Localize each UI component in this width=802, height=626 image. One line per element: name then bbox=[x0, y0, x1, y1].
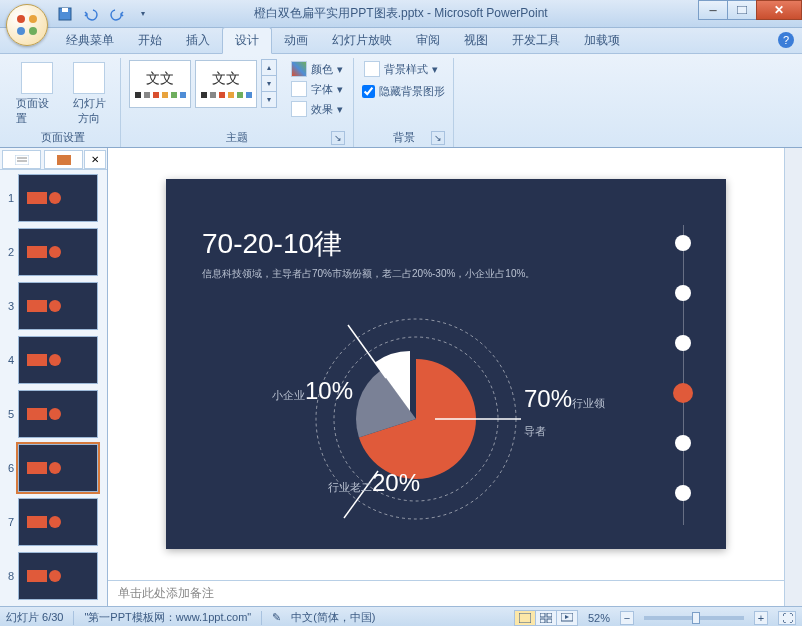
language-status[interactable]: 中文(简体，中国) bbox=[291, 610, 375, 625]
spellcheck-icon[interactable]: ✎ bbox=[272, 611, 281, 624]
thumbnail-row[interactable]: 4 bbox=[2, 336, 105, 384]
undo-icon[interactable] bbox=[80, 3, 102, 25]
save-icon[interactable] bbox=[54, 3, 76, 25]
fonts-icon bbox=[291, 81, 307, 97]
thumbnail-number: 6 bbox=[2, 462, 14, 474]
dialog-launcher-icon[interactable]: ↘ bbox=[431, 131, 445, 145]
gallery-scroll[interactable]: ▴▾▾ bbox=[261, 60, 277, 108]
group-label-background: 背景↘ bbox=[362, 128, 445, 147]
colors-icon bbox=[291, 61, 307, 77]
maximize-button[interactable] bbox=[727, 0, 757, 20]
svg-point-1 bbox=[29, 15, 37, 23]
ribbon-tab[interactable]: 加载项 bbox=[572, 28, 632, 53]
window-title: 橙白双色扁平实用PPT图表.pptx - Microsoft PowerPoin… bbox=[254, 5, 547, 22]
ribbon-tab[interactable]: 视图 bbox=[452, 28, 500, 53]
thumbnail[interactable] bbox=[18, 228, 98, 276]
label-10: 小企业10% bbox=[272, 377, 353, 405]
thumbnail-row[interactable]: 2 bbox=[2, 228, 105, 276]
ribbon-tab[interactable]: 设计 bbox=[222, 27, 272, 54]
notes-pane[interactable]: 单击此处添加备注 bbox=[108, 580, 784, 606]
thumbnail[interactable] bbox=[18, 552, 98, 600]
svg-rect-21 bbox=[547, 619, 552, 623]
close-pane-icon[interactable]: ✕ bbox=[84, 150, 106, 169]
thumbnail[interactable] bbox=[18, 282, 98, 330]
zoom-out-button[interactable]: − bbox=[620, 611, 634, 625]
template-name: "第一PPT模板网：www.1ppt.com" bbox=[84, 610, 251, 625]
ribbon-tab[interactable]: 幻灯片放映 bbox=[320, 28, 404, 53]
thumbnail-number: 7 bbox=[2, 516, 14, 528]
qat-more-icon[interactable]: ▾ bbox=[132, 3, 154, 25]
progress-dots bbox=[682, 225, 684, 525]
theme-colors-button[interactable]: 颜色 ▾ bbox=[289, 60, 345, 78]
slide-canvas[interactable]: 70-20-10律 信息科技领域，主导者占70%市场份额，老二占20%-30%，… bbox=[166, 179, 726, 549]
fit-window-button[interactable]: ⛶ bbox=[778, 611, 796, 625]
label-70: 70%行业领 导者 bbox=[524, 385, 605, 441]
svg-point-3 bbox=[29, 27, 37, 35]
thumbnail[interactable] bbox=[18, 174, 98, 222]
thumbnail-row[interactable]: 6 bbox=[2, 444, 105, 492]
sorter-view-button[interactable] bbox=[535, 610, 557, 626]
svg-rect-20 bbox=[540, 619, 545, 623]
zoom-in-button[interactable]: + bbox=[754, 611, 768, 625]
help-icon[interactable]: ? bbox=[778, 32, 794, 48]
group-label-page-setup: 页面设置 bbox=[14, 128, 112, 147]
svg-rect-5 bbox=[62, 8, 68, 12]
ribbon-tab[interactable]: 动画 bbox=[272, 28, 320, 53]
ribbon-tab[interactable]: 开发工具 bbox=[500, 28, 572, 53]
bg-style-icon bbox=[364, 61, 380, 77]
theme-item[interactable]: 文文 bbox=[129, 60, 191, 108]
thumbnail-row[interactable]: 1 bbox=[2, 174, 105, 222]
theme-fonts-button[interactable]: 字体 ▾ bbox=[289, 80, 345, 98]
svg-point-0 bbox=[17, 15, 25, 23]
thumbnail-number: 2 bbox=[2, 246, 14, 258]
slide-title: 70-20-10律 bbox=[202, 225, 342, 263]
close-button[interactable]: ✕ bbox=[756, 0, 802, 20]
theme-gallery[interactable]: 文文 文文 ▴▾▾ bbox=[129, 60, 277, 108]
slide-orientation-button[interactable]: 幻灯片 方向 bbox=[66, 60, 112, 128]
background-styles-button[interactable]: 背景样式 ▾ bbox=[362, 60, 440, 78]
thumbnail[interactable] bbox=[18, 498, 98, 546]
thumbnail-list: 123456789 bbox=[0, 170, 107, 606]
thumbnail-row[interactable]: 8 bbox=[2, 552, 105, 600]
slideshow-view-button[interactable] bbox=[556, 610, 578, 626]
page-setup-button[interactable]: 页面设置 bbox=[14, 60, 60, 128]
ribbon-tab[interactable]: 经典菜单 bbox=[54, 28, 126, 53]
svg-rect-18 bbox=[540, 613, 545, 617]
svg-rect-8 bbox=[15, 155, 29, 165]
group-label-themes: 主题↘ bbox=[129, 128, 345, 147]
orientation-icon bbox=[73, 62, 105, 94]
redo-icon[interactable] bbox=[106, 3, 128, 25]
thumbnail-row[interactable]: 3 bbox=[2, 282, 105, 330]
svg-rect-7 bbox=[737, 6, 747, 14]
svg-rect-11 bbox=[57, 155, 71, 165]
theme-item[interactable]: 文文 bbox=[195, 60, 257, 108]
thumbnail-number: 8 bbox=[2, 570, 14, 582]
dialog-launcher-icon[interactable]: ↘ bbox=[331, 131, 345, 145]
ribbon-tab[interactable]: 审阅 bbox=[404, 28, 452, 53]
hide-bg-graphics-checkbox[interactable]: 隐藏背景图形 bbox=[362, 84, 445, 99]
thumbnail[interactable] bbox=[18, 390, 98, 438]
label-20: 行业老二20% bbox=[328, 469, 420, 497]
ribbon-tab[interactable]: 插入 bbox=[174, 28, 222, 53]
outline-tab[interactable] bbox=[2, 150, 41, 169]
thumbnail-row[interactable]: 7 bbox=[2, 498, 105, 546]
checkbox-icon[interactable] bbox=[362, 85, 375, 98]
theme-effects-button[interactable]: 效果 ▾ bbox=[289, 100, 345, 118]
zoom-level[interactable]: 52% bbox=[588, 612, 610, 624]
thumbnail-number: 4 bbox=[2, 354, 14, 366]
zoom-slider[interactable] bbox=[644, 616, 744, 620]
vertical-scrollbar[interactable] bbox=[784, 148, 802, 606]
svg-rect-19 bbox=[547, 613, 552, 617]
slides-tab[interactable] bbox=[44, 150, 83, 169]
thumbnail-row[interactable]: 5 bbox=[2, 390, 105, 438]
slide-subtitle: 信息科技领域，主导者占70%市场份额，老二占20%-30%，小企业占10%。 bbox=[202, 267, 535, 281]
slide-position: 幻灯片 6/30 bbox=[6, 610, 63, 625]
ribbon-tab[interactable]: 开始 bbox=[126, 28, 174, 53]
thumbnail[interactable] bbox=[18, 336, 98, 384]
minimize-button[interactable]: ─ bbox=[698, 0, 728, 20]
thumbnail-number: 5 bbox=[2, 408, 14, 420]
normal-view-button[interactable] bbox=[514, 610, 536, 626]
thumbnail[interactable] bbox=[18, 444, 98, 492]
office-button[interactable] bbox=[6, 4, 48, 46]
thumbnail-number: 3 bbox=[2, 300, 14, 312]
